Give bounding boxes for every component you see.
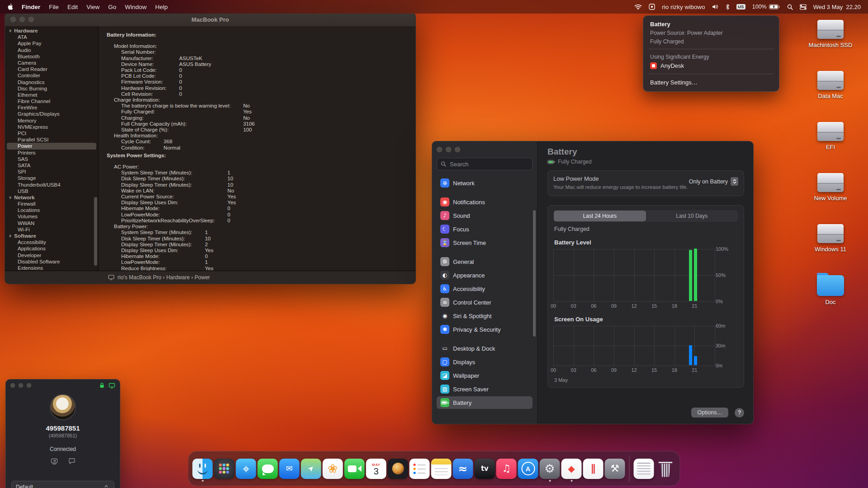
- menu-go[interactable]: Go: [108, 4, 116, 10]
- zoom-button[interactable]: [28, 17, 34, 22]
- dock-facetime[interactable]: [344, 459, 365, 479]
- sysinfo-item-apple-pay[interactable]: Apple Pay: [7, 40, 96, 47]
- low-power-mode-select[interactable]: Only on Battery: [689, 177, 738, 186]
- bluetooth-icon[interactable]: [726, 4, 730, 10]
- settings-item-control-center[interactable]: ≡Control Center: [437, 296, 533, 309]
- sysinfo-item-fibre-channel[interactable]: Fibre Channel: [7, 98, 96, 104]
- dock-trash[interactable]: [656, 459, 676, 479]
- dock-music[interactable]: ♫: [496, 459, 517, 479]
- minimize-button[interactable]: [19, 17, 25, 22]
- sysinfo-item-disc-burning[interactable]: Disc Burning: [7, 85, 96, 92]
- window-titlebar[interactable]: MacBook Pro: [5, 13, 415, 26]
- sysinfo-item-printers[interactable]: Printers: [7, 150, 96, 156]
- profile-select[interactable]: Default: [11, 481, 114, 488]
- dock-launchpad[interactable]: [214, 459, 235, 479]
- sysinfo-item-accessibility[interactable]: Accessibility: [7, 239, 96, 245]
- settings-item-desktop-dock[interactable]: ▭Desktop & Dock: [437, 342, 533, 355]
- menu-edit[interactable]: Edit: [67, 4, 78, 10]
- sysinfo-item-developer[interactable]: Developer: [7, 252, 96, 258]
- sysinfo-item-wwan[interactable]: WWAN: [7, 220, 96, 226]
- wifi-icon[interactable]: [634, 4, 642, 10]
- sysinfo-item-power[interactable]: Power: [7, 143, 96, 149]
- sysinfo-item-camera[interactable]: Camera: [7, 60, 96, 66]
- tab-last-24-hours[interactable]: Last 24 Hours: [554, 211, 646, 221]
- dock-utility-app[interactable]: ⚒: [605, 459, 625, 479]
- settings-item-displays[interactable]: ▢Displays: [437, 356, 533, 368]
- minimize-button[interactable]: [446, 147, 451, 152]
- sysinfo-item-thunderbolt-usb4[interactable]: Thunderbolt/USB4: [7, 182, 96, 188]
- battery-status-item[interactable]: 100%: [752, 4, 780, 10]
- sysinfo-item-card-reader[interactable]: Card Reader: [7, 66, 96, 72]
- menu-file[interactable]: File: [49, 4, 59, 10]
- dock-parallels[interactable]: ∥: [583, 459, 604, 479]
- sysinfo-item-controller[interactable]: Controller: [7, 72, 96, 79]
- dock-textedit[interactable]: [634, 459, 654, 479]
- menu-window[interactable]: Window: [125, 4, 146, 10]
- sysinfo-item-firewall[interactable]: Firewall: [7, 201, 96, 207]
- sysinfo-item-disabled-software[interactable]: Disabled Software: [7, 258, 96, 265]
- apple-menu-icon[interactable]: [7, 3, 13, 10]
- menu-bar-clock[interactable]: Wed 3 May 22.20: [813, 4, 861, 10]
- sysinfo-item-sata[interactable]: SATA: [7, 162, 96, 169]
- scrollbar-thumb[interactable]: [94, 197, 97, 266]
- chat-icon[interactable]: [68, 458, 75, 465]
- desktop-icon-new-volume[interactable]: New Volume: [814, 173, 847, 206]
- close-button[interactable]: [10, 383, 15, 388]
- close-button[interactable]: [10, 17, 16, 22]
- volume-icon[interactable]: [712, 4, 719, 9]
- desktop-icon-machintosh-ssd[interactable]: Machintosh SSD: [809, 20, 853, 52]
- sysinfo-section-hardware[interactable]: ∨Hardware: [5, 28, 98, 34]
- sysinfo-item-usb[interactable]: USB: [7, 188, 96, 194]
- sysinfo-item-applications[interactable]: Applications: [7, 245, 96, 252]
- battery-settings-item[interactable]: Battery Settings…: [643, 77, 779, 87]
- close-button[interactable]: [437, 147, 442, 152]
- sysinfo-section-network[interactable]: ∨Network: [5, 194, 98, 201]
- dock-apple-tv[interactable]: tv: [475, 459, 495, 479]
- sysinfo-item-bluetooth[interactable]: Bluetooth: [7, 53, 96, 60]
- zoom-button[interactable]: [455, 147, 460, 152]
- settings-item-siri-spotlight[interactable]: ◉Siri & Spotlight: [437, 310, 533, 322]
- settings-item-sound[interactable]: ♪Sound: [437, 209, 533, 222]
- dock-app-store[interactable]: A: [518, 459, 538, 479]
- settings-item-accessibility[interactable]: ♿Accessibility: [437, 282, 533, 295]
- sysinfo-item-volumes[interactable]: Volumes: [7, 213, 96, 220]
- settings-item-privacy-security[interactable]: ✱Privacy & Security: [437, 323, 533, 336]
- menu-help[interactable]: Help: [155, 4, 168, 10]
- dock-safari[interactable]: ⌖: [236, 459, 256, 479]
- sysinfo-item-spi[interactable]: SPI: [7, 169, 96, 175]
- settings-item-battery[interactable]: Battery: [437, 396, 533, 409]
- dock-calendar[interactable]: MAY3: [366, 459, 387, 479]
- desktop-icon-efi[interactable]: EFI: [817, 122, 844, 155]
- desktop-icon-windows-11[interactable]: Windows 11: [815, 224, 846, 257]
- sysinfo-item-nvmexpress[interactable]: NVMExpress: [7, 124, 96, 130]
- dock-mail[interactable]: ✉: [279, 459, 300, 479]
- settings-item-appearance[interactable]: ◐Appearance: [437, 269, 533, 282]
- zoom-button[interactable]: [27, 383, 31, 388]
- settings-item-screen-saver[interactable]: ▨Screen Saver: [437, 383, 533, 395]
- dock-anydesk[interactable]: ◆: [561, 459, 582, 479]
- window-titlebar[interactable]: [6, 380, 120, 391]
- dock-notes[interactable]: [431, 459, 452, 479]
- sysinfo-item-diagnostics[interactable]: Diagnostics: [7, 79, 96, 85]
- sysinfo-item-audio[interactable]: Audio: [7, 47, 96, 53]
- fast-user-switching-menu[interactable]: rio rizky wibowo: [662, 4, 705, 10]
- minimize-button[interactable]: [19, 383, 23, 388]
- dock-photos[interactable]: ❀: [323, 459, 343, 479]
- sysinfo-item-memory[interactable]: Memory: [7, 117, 96, 124]
- spotlight-icon[interactable]: [787, 4, 793, 10]
- menu-item-anydesk[interactable]: AnyDesk: [643, 61, 779, 70]
- help-button[interactable]: ?: [735, 408, 744, 418]
- dock-system-settings[interactable]: ⚙: [540, 459, 560, 479]
- file-transfer-icon[interactable]: [51, 458, 58, 465]
- sysinfo-item-storage[interactable]: Storage: [7, 175, 96, 181]
- settings-search-field[interactable]: [437, 158, 533, 170]
- settings-item-network[interactable]: ⊕Network: [437, 177, 533, 189]
- dock-reminders[interactable]: [410, 459, 430, 479]
- menu-view[interactable]: View: [86, 4, 99, 10]
- dock-finder[interactable]: [193, 459, 213, 479]
- settings-item-wallpaper[interactable]: ◪Wallpaper: [437, 369, 533, 382]
- anydesk-tray-icon[interactable]: [649, 4, 655, 10]
- settings-item-focus[interactable]: ☾Focus: [437, 223, 533, 235]
- sysinfo-item-graphics-displays[interactable]: Graphics/Displays: [7, 111, 96, 117]
- dock-siri[interactable]: [388, 459, 408, 479]
